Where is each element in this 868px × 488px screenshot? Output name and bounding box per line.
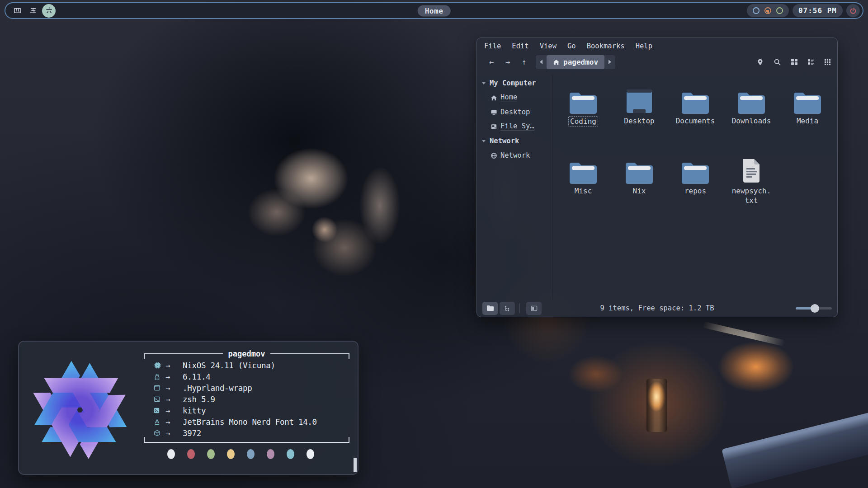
sidebar-toggle-button[interactable]	[526, 302, 542, 315]
palette-dot	[247, 449, 255, 459]
power-button[interactable]	[846, 4, 860, 17]
sidebar-section-label: My Computer	[490, 79, 536, 88]
file-item-newpsych-txt[interactable]: newpsych.txt	[723, 155, 779, 205]
top-bar: Home 07:56 PM	[5, 2, 863, 19]
fastfetch-row-os: → NixOS 24.11 (Vicuna)	[154, 360, 345, 371]
fastfetch-row-kernel: → 6.11.4	[154, 371, 345, 382]
zoom-slider[interactable]	[796, 304, 832, 313]
arrow-icon: →	[165, 429, 183, 438]
palette-dot	[167, 449, 175, 459]
tree-view-toggle-button[interactable]	[500, 302, 515, 315]
file-item-desktop[interactable]: Desktop	[611, 85, 667, 126]
home-icon	[553, 59, 560, 66]
path-segment-home[interactable]: pagedmov	[547, 55, 604, 69]
separator	[519, 303, 520, 313]
file-item-downloads[interactable]: Downloads	[723, 85, 779, 126]
menu-file[interactable]: File	[484, 42, 501, 50]
folder-icon	[681, 161, 710, 184]
fastfetch-row-shell: → zsh 5.9	[154, 394, 345, 405]
indicator-green-icon[interactable]	[776, 7, 783, 14]
chevron-left-icon	[540, 60, 542, 64]
kanji-six-icon	[45, 6, 53, 15]
sidebar-section-my-computer[interactable]: My Computer	[477, 76, 552, 90]
icon-view-toggle-button[interactable]	[482, 302, 498, 315]
file-item-misc[interactable]: Misc	[555, 155, 611, 196]
arrow-icon: →	[165, 395, 183, 404]
sidebar: My Computer Home Desktop File Sy…	[477, 74, 553, 300]
path-scroll-right-button[interactable]	[604, 55, 615, 69]
file-item-documents[interactable]: Documents	[667, 85, 723, 126]
toolbar-right	[756, 58, 831, 66]
list-view-icon[interactable]	[807, 58, 815, 66]
icon-view-icon[interactable]	[791, 58, 798, 66]
indicator-blue-icon[interactable]	[753, 7, 760, 14]
indicator-orange-icon[interactable]	[764, 7, 771, 14]
packages-icon	[154, 430, 165, 436]
sidebar-section-network[interactable]: Network	[477, 134, 552, 148]
path-segment-label: pagedmov	[563, 58, 598, 66]
sidebar-item-label: Network	[500, 151, 530, 160]
sidebar-item-label: Home	[500, 93, 517, 102]
menu-edit[interactable]: Edit	[512, 42, 528, 50]
path-scroll-left-button[interactable]	[536, 55, 547, 69]
terminal-cursor	[354, 458, 357, 472]
file-item-nix[interactable]: Nix	[611, 155, 667, 196]
compact-view-icon[interactable]	[824, 59, 831, 66]
menu-bar: File Edit View Go Bookmarks Help	[477, 38, 837, 53]
workspace-6-active[interactable]	[42, 4, 56, 18]
status-bar: 9 items, Free space: 1.2 TB	[477, 300, 837, 317]
slider-knob[interactable]	[811, 304, 819, 313]
icon-view[interactable]: Coding Desktop Documents Downloads Media	[553, 74, 837, 300]
menu-help[interactable]: Help	[636, 42, 652, 50]
folder-icon	[569, 161, 598, 184]
sidebar-item-label: Desktop	[500, 108, 530, 117]
fastfetch-row-font: → JetBrains Mono Nerd Font 14.0	[154, 416, 345, 427]
location-pin-icon[interactable]	[756, 58, 764, 66]
file-item-label: Nix	[633, 186, 646, 196]
file-item-media[interactable]: Media	[779, 85, 835, 126]
file-manager-body: My Computer Home Desktop File Sy…	[477, 74, 837, 300]
wallpaper-candle	[646, 379, 667, 432]
file-item-label: Documents	[676, 116, 715, 126]
workspace-4[interactable]	[10, 4, 24, 18]
file-item-label: Desktop	[624, 116, 654, 126]
wallpaper-light-streak	[703, 321, 785, 346]
fastfetch-value: JetBrains Mono Nerd Font 14.0	[183, 418, 317, 427]
arrow-icon: →	[165, 372, 183, 381]
status-text: 9 items, Free space: 1.2 TB	[600, 304, 714, 312]
sidebar-item-network[interactable]: Network	[477, 148, 552, 163]
sidebar-item-home[interactable]: Home	[477, 90, 552, 105]
palette-dot	[187, 449, 195, 459]
menu-bookmarks[interactable]: Bookmarks	[587, 42, 625, 50]
folder-icon	[793, 91, 822, 114]
workspace-5[interactable]	[26, 4, 40, 18]
kanji-five-icon	[29, 6, 38, 15]
fastfetch-row-packages: → 3972	[154, 427, 345, 439]
menu-go[interactable]: Go	[567, 42, 576, 50]
nix-snowflake-icon	[154, 361, 165, 369]
up-button[interactable]: ↑	[516, 57, 532, 66]
file-item-coding[interactable]: Coding	[555, 85, 611, 127]
collapse-arrow-icon[interactable]	[481, 140, 487, 142]
file-item-repos[interactable]: repos	[667, 155, 723, 196]
sidebar-item-desktop[interactable]: Desktop	[477, 105, 552, 119]
tree-icon	[504, 305, 511, 312]
fastfetch-rows: → NixOS 24.11 (Vicuna) → 6.11.4 → .Hyprl…	[154, 360, 345, 439]
chevron-right-icon	[609, 60, 611, 64]
collapse-arrow-icon[interactable]	[481, 82, 487, 84]
forward-button[interactable]: →	[500, 57, 516, 66]
file-item-label: repos	[684, 186, 706, 196]
back-button[interactable]: ←	[483, 57, 500, 66]
sidebar-item-file-system[interactable]: File Sy…	[477, 119, 552, 134]
search-icon[interactable]	[774, 58, 781, 66]
fastfetch-row-terminal: → kitty	[154, 405, 345, 416]
folder-icon	[486, 305, 494, 311]
palette-dot	[207, 449, 215, 459]
menu-view[interactable]: View	[540, 42, 557, 50]
power-icon	[849, 7, 857, 14]
palette-dot	[307, 449, 314, 459]
path-bar: pagedmov	[536, 55, 615, 69]
clock[interactable]: 07:56 PM	[793, 4, 843, 17]
desktop-folder-icon	[625, 89, 653, 114]
sidebar-panel-icon	[531, 305, 538, 312]
